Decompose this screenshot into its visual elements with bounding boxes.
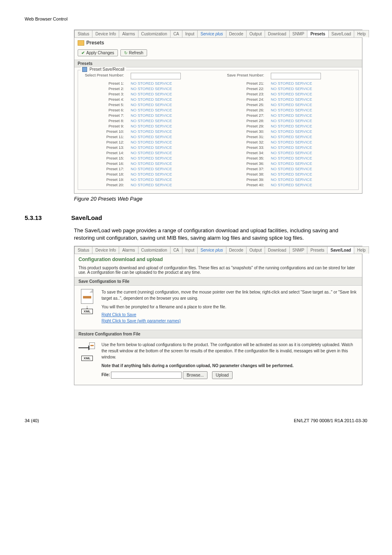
section-row: 5.3.13 Save/Load bbox=[25, 214, 367, 221]
save-config-box: ↓ XML To save the current (running) conf… bbox=[74, 286, 362, 330]
preset-left-value: NO STORED SERVICE bbox=[131, 124, 216, 128]
tab-input[interactable]: Input bbox=[182, 30, 198, 37]
tab-save-load[interactable]: Save/Load bbox=[327, 246, 354, 254]
tab-snmp[interactable]: SNMP bbox=[289, 246, 308, 254]
preset-left-label: Preset 12: bbox=[81, 140, 126, 144]
tab-status[interactable]: Status bbox=[74, 246, 92, 254]
select-preset-input[interactable] bbox=[131, 73, 181, 79]
preset-left-label: Preset 4: bbox=[81, 97, 126, 102]
check-icon: ✔ bbox=[81, 51, 85, 55]
tab-download[interactable]: Download bbox=[265, 30, 289, 37]
section-number: 5.3.13 bbox=[25, 214, 70, 221]
tab-input[interactable]: Input bbox=[182, 246, 198, 254]
preset-right-label: Preset 26: bbox=[221, 108, 266, 112]
preset-left-value: NO STORED SERVICE bbox=[131, 102, 216, 107]
saveload-screenshot: StatusDevice InfoAlarmsCustomizationCAIn… bbox=[74, 246, 362, 385]
preset-right-label: Preset 38: bbox=[221, 172, 266, 176]
preset-left-label: Preset 11: bbox=[81, 134, 126, 139]
tab-ca[interactable]: CA bbox=[170, 246, 182, 254]
preset-right-value: NO STORED SERVICE bbox=[271, 161, 356, 166]
preset-right-value: NO STORED SERVICE bbox=[271, 113, 356, 118]
figure-caption: Figure 20 Presets Web Page bbox=[74, 196, 367, 202]
preset-left-value: NO STORED SERVICE bbox=[131, 183, 216, 187]
preset-right-label: Preset 25: bbox=[221, 102, 266, 107]
tab-customization[interactable]: Customization bbox=[138, 30, 171, 37]
preset-right-value: NO STORED SERVICE bbox=[271, 156, 356, 160]
xml-upload-icon: XML bbox=[78, 342, 96, 361]
tab-output[interactable]: Output bbox=[246, 246, 265, 254]
tab-download[interactable]: Download bbox=[265, 246, 289, 254]
tab-device-info[interactable]: Device Info bbox=[92, 30, 119, 37]
preset-left-label: Preset 1: bbox=[81, 81, 126, 86]
refresh-button[interactable]: ↻ Refresh bbox=[120, 49, 147, 56]
save-config-header: Save Configuration to File bbox=[74, 277, 362, 286]
tab-snmp[interactable]: SNMP bbox=[289, 30, 308, 37]
preset-right-label: Preset 27: bbox=[221, 113, 266, 118]
config-intro: This product supports download and uploa… bbox=[74, 263, 362, 277]
tab-service-plus[interactable]: Service plus bbox=[197, 30, 226, 37]
preset-right-value: NO STORED SERVICE bbox=[271, 118, 356, 123]
refresh-label: Refresh bbox=[129, 51, 143, 55]
preset-right-value: NO STORED SERVICE bbox=[271, 177, 356, 182]
preset-right-label: Preset 32: bbox=[221, 140, 266, 144]
preset-left-label: Preset 9: bbox=[81, 124, 126, 128]
preset-right-value: NO STORED SERVICE bbox=[271, 81, 356, 86]
save-config-text: To save the current (running) configurat… bbox=[101, 289, 358, 324]
tab-decode[interactable]: Decode bbox=[226, 246, 247, 254]
right-click-save-link[interactable]: Right Click to Save bbox=[101, 312, 136, 317]
preset-right-value: NO STORED SERVICE bbox=[271, 183, 356, 187]
fieldset-legend: Preset Save/Recall bbox=[81, 67, 126, 72]
xml-label-2: XML bbox=[81, 356, 93, 361]
preset-left-label: Preset 20: bbox=[81, 183, 126, 187]
tab-help[interactable]: Help bbox=[354, 246, 369, 254]
tab-ca[interactable]: CA bbox=[170, 30, 182, 37]
browse-button[interactable]: Browse... bbox=[183, 371, 208, 379]
preset-right-value: NO STORED SERVICE bbox=[271, 97, 356, 102]
restore-config-text: Use the form below to upload configurati… bbox=[101, 342, 358, 379]
preset-right-label: Preset 40: bbox=[221, 183, 266, 187]
tab-bar: StatusDevice InfoAlarmsCustomizationCAIn… bbox=[74, 30, 362, 38]
preset-right-label: Preset 39: bbox=[221, 177, 266, 182]
preset-table: Select Preset Number: Save Preset Number… bbox=[81, 73, 356, 187]
preset-right-label: Preset 36: bbox=[221, 161, 266, 166]
preset-left-label: Preset 16: bbox=[81, 161, 126, 166]
presets-screenshot: StatusDevice InfoAlarmsCustomizationCAIn… bbox=[74, 30, 362, 194]
preset-right-label: Preset 37: bbox=[221, 166, 266, 171]
preset-left-label: Preset 5: bbox=[81, 102, 126, 107]
tab-save-load[interactable]: Save/Load bbox=[328, 30, 355, 37]
preset-right-label: Preset 34: bbox=[221, 150, 266, 155]
tab-decode[interactable]: Decode bbox=[226, 30, 247, 37]
right-click-save-params-link[interactable]: Right Click to Save (with parameter name… bbox=[101, 319, 181, 323]
preset-left-value: NO STORED SERVICE bbox=[131, 113, 216, 118]
preset-left-value: NO STORED SERVICE bbox=[131, 156, 216, 160]
config-heading: Configuration download and upload bbox=[74, 254, 362, 263]
apply-button[interactable]: ✔ Apply Changes bbox=[78, 49, 118, 56]
presets-title-row: Presets bbox=[74, 38, 362, 48]
preset-right-label: Preset 28: bbox=[221, 118, 266, 123]
preset-right-label: Preset 21: bbox=[221, 81, 266, 86]
file-input[interactable] bbox=[111, 372, 182, 379]
tab-alarms[interactable]: Alarms bbox=[119, 30, 138, 37]
tab-output[interactable]: Output bbox=[246, 30, 265, 37]
tab-bar-2: StatusDevice InfoAlarmsCustomizationCAIn… bbox=[74, 246, 362, 254]
apply-label: Apply Changes bbox=[86, 51, 114, 55]
tab-alarms[interactable]: Alarms bbox=[119, 246, 138, 254]
xml-label: XML bbox=[81, 309, 93, 314]
preset-right-value: NO STORED SERVICE bbox=[271, 145, 356, 150]
select-preset-label: Select Preset Number: bbox=[81, 73, 126, 80]
save-preset-input[interactable] bbox=[271, 73, 321, 79]
tab-customization[interactable]: Customization bbox=[138, 246, 171, 254]
tab-help[interactable]: Help bbox=[354, 30, 369, 37]
tab-device-info[interactable]: Device Info bbox=[92, 246, 119, 254]
file-label: File: bbox=[101, 373, 110, 377]
preset-left-label: Preset 19: bbox=[81, 177, 126, 182]
preset-right-label: Preset 30: bbox=[221, 129, 266, 134]
preset-left-value: NO STORED SERVICE bbox=[131, 166, 216, 171]
tab-presets[interactable]: Presets bbox=[307, 246, 327, 254]
tab-service-plus[interactable]: Service plus bbox=[197, 246, 226, 254]
tab-presets[interactable]: Presets bbox=[307, 30, 328, 37]
preset-right-label: Preset 29: bbox=[221, 124, 266, 128]
upload-button[interactable]: Upload bbox=[212, 371, 233, 379]
refresh-icon: ↻ bbox=[124, 51, 127, 55]
tab-status[interactable]: Status bbox=[74, 30, 92, 37]
